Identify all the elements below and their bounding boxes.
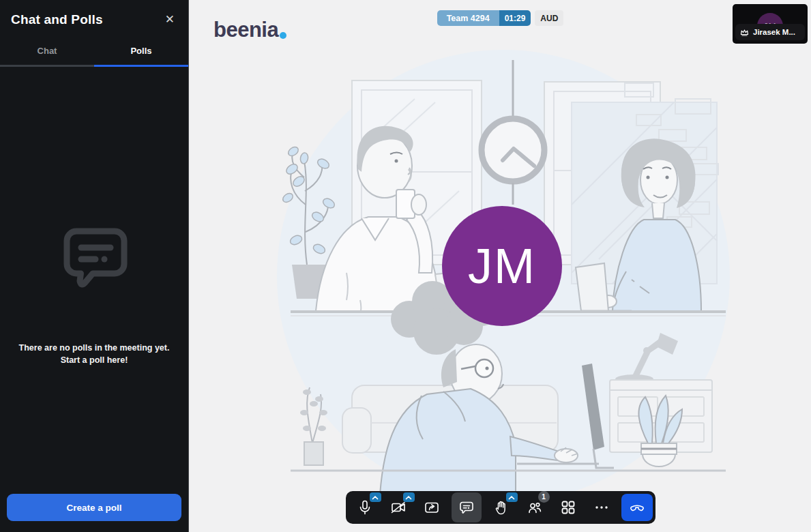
participant-name: Jirasek M... <box>753 28 795 36</box>
share-screen-button[interactable] <box>418 494 445 521</box>
create-poll-button[interactable]: Create a poll <box>7 494 181 521</box>
ellipsis-icon <box>593 499 610 516</box>
grid-view-button[interactable] <box>555 494 582 521</box>
logo-text: beenia <box>213 18 278 42</box>
participants-count-badge: 1 <box>538 491 550 503</box>
chat-and-polls-panel: Chat and Polls ✕ Chat Polls There are no… <box>0 0 189 532</box>
camera-button[interactable] <box>385 494 412 521</box>
tab-polls[interactable]: Polls <box>94 38 188 67</box>
empty-state-line2: Start a poll here! <box>19 354 170 366</box>
control-bar: 1 <box>346 491 655 524</box>
room-name-badge: Team 4294 <box>437 10 499 26</box>
phone-hangup-icon <box>628 499 646 516</box>
beenia-logo: beenia <box>213 18 286 42</box>
share-screen-icon <box>424 499 440 516</box>
panel-title: Chat and Polls <box>11 12 103 27</box>
participant-name-tag: Jirasek M... <box>735 24 805 40</box>
chat-bubble-icon <box>50 213 138 301</box>
meeting-stage: beenia Team 4294 01:29 AUD JM Jirasek M.… <box>190 0 811 532</box>
microphone-button[interactable] <box>351 494 379 521</box>
audio-mode-badge: AUD <box>535 10 563 26</box>
panel-header: Chat and Polls ✕ <box>0 0 188 38</box>
empty-state-line1: There are no polls in the meeting yet. <box>19 342 170 354</box>
polls-panel-body: There are no polls in the meeting yet. S… <box>0 67 188 494</box>
camera-options-expander[interactable] <box>403 492 415 502</box>
panel-tabs: Chat Polls <box>0 38 188 67</box>
raise-hand-button[interactable] <box>488 494 515 521</box>
raise-hand-options-expander[interactable] <box>506 492 518 502</box>
chat-icon <box>458 499 475 516</box>
polls-empty-state: There are no polls in the meeting yet. S… <box>19 213 170 366</box>
crown-icon <box>740 29 749 36</box>
grid-view-icon <box>560 499 576 516</box>
participants-button[interactable]: 1 <box>521 494 548 521</box>
more-options-button[interactable] <box>588 494 615 521</box>
active-speaker-avatar: JM <box>442 206 562 326</box>
tab-chat[interactable]: Chat <box>0 38 94 67</box>
end-call-button[interactable] <box>621 494 653 521</box>
room-pill: Team 4294 01:29 <box>437 10 531 26</box>
microphone-options-expander[interactable] <box>370 492 381 502</box>
logo-dot <box>280 32 286 39</box>
participant-tile[interactable]: JM Jirasek M... <box>733 4 808 44</box>
close-icon[interactable]: ✕ <box>162 11 177 28</box>
chat-button[interactable] <box>452 492 482 522</box>
meeting-timer-badge: 01:29 <box>499 10 531 26</box>
